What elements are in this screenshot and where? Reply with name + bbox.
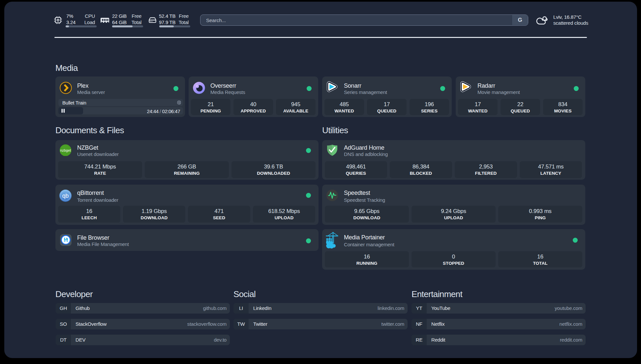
svg-text:qb: qb — [62, 192, 69, 199]
svg-text:nzbget: nzbget — [60, 148, 71, 152]
